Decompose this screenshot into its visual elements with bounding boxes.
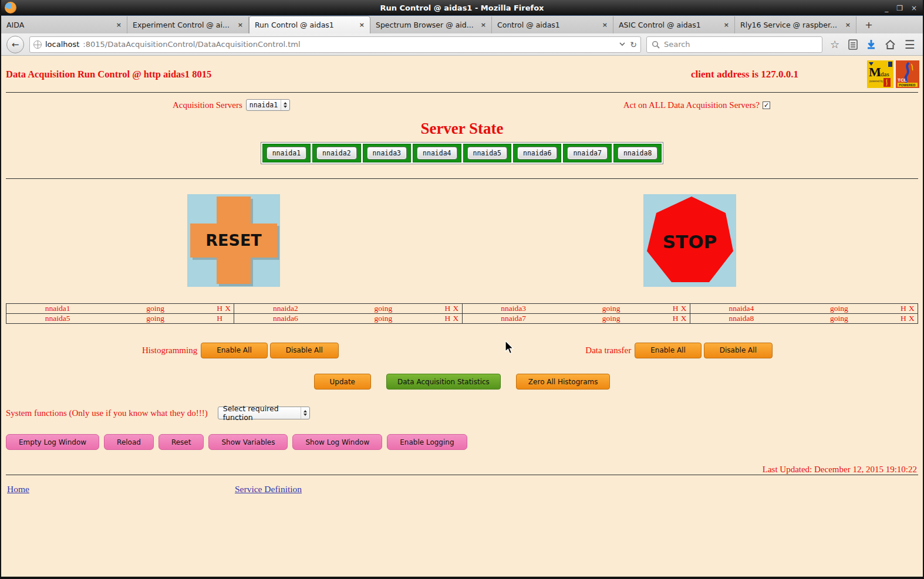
window-titlebar: Run Control @ aidas1 - Mozilla Firefox _… [1,0,923,16]
tab-3[interactable]: Run Control @ aidas1× [249,16,370,33]
empty-log-window-button[interactable]: Empty Log Window [6,434,99,450]
table-row: nnaida1goingHXnnaida2goingHXnnaida3going… [6,304,918,314]
update-button[interactable]: Update [314,374,371,390]
tab-close-icon[interactable]: × [724,21,729,29]
tab-close-icon[interactable]: × [238,21,243,29]
chevron-down-icon[interactable] [619,42,625,46]
show-variables-button[interactable]: Show Variables [208,434,288,450]
reload-icon[interactable]: ↻ [630,40,637,49]
search-input[interactable]: Search [646,36,822,53]
tab-2[interactable]: Experiment Control @ ai...× [127,16,249,33]
histogram-flag[interactable]: H [672,314,680,323]
divider [6,178,918,179]
tab-close-icon[interactable]: × [845,21,851,29]
zero-histograms-button[interactable]: Zero All Histograms [516,374,611,390]
transfer-flag[interactable]: X [680,314,688,323]
histogram-flag[interactable]: H [672,304,680,313]
histogram-flag[interactable]: H [443,314,451,323]
server-button-nnaida1[interactable]: nnaida1 [267,147,306,160]
server-name: nnaida8 [690,314,793,323]
histogram-flag[interactable]: H [899,304,908,313]
transfer-flag[interactable]: X [451,304,460,313]
tab-5[interactable]: Control @ aidas1× [492,16,613,33]
reset-button[interactable]: Reset [159,434,204,450]
tab-close-icon[interactable]: × [602,21,608,29]
server-state-cell-nnaida6: nnaida6 [513,144,561,162]
transfer-flag[interactable]: X [224,304,232,313]
system-function-select[interactable]: Select required function [218,407,310,419]
server-button-nnaida6[interactable]: nnaida6 [517,147,557,160]
server-button-nnaida3[interactable]: nnaida3 [367,147,407,160]
server-state-cell-nnaida4: nnaida4 [413,144,461,162]
system-functions-label: System functions (Only use if you know w… [6,408,208,418]
tab-close-icon[interactable]: × [359,21,365,29]
transfer-flag[interactable]: X [680,304,688,313]
acquisition-server-select[interactable]: nnaida1 [246,99,290,111]
back-button[interactable]: ← [6,36,24,53]
statistics-button[interactable]: Data Acquisition Statistics [386,374,501,390]
svg-text:powered by: powered by [869,80,883,83]
reading-list-icon[interactable] [848,39,858,50]
status-cell-nnaida8: nnaida8goingHX [690,314,918,324]
histogram-flag[interactable]: H [215,304,224,313]
act-on-all-label: Act on ALL Data Acquisition Servers? [623,100,760,110]
divider [6,475,918,475]
transfer-flag[interactable]: X [451,314,460,323]
stop-button[interactable]: STOP [643,194,736,287]
search-placeholder: Search [664,40,690,49]
data-transfer-disable-all-button[interactable]: Disable All [704,343,773,358]
server-name: nnaida3 [463,304,565,313]
histogram-flag[interactable]: H [215,314,224,323]
reload-button[interactable]: Reload [104,434,154,450]
enable-logging-button[interactable]: Enable Logging [387,434,467,450]
transfer-flag[interactable]: X [908,314,916,323]
server-run-state: going [793,304,886,313]
tab-close-icon[interactable]: × [481,21,486,29]
server-button-nnaida5[interactable]: nnaida5 [467,147,507,160]
bookmark-star-icon[interactable]: ☆ [830,39,839,50]
tab-label: AIDA [6,21,113,29]
tab-strip: AIDA×Experiment Control @ ai...×Run Cont… [1,16,923,33]
minimize-button[interactable]: _ [885,4,888,12]
server-button-nnaida2[interactable]: nnaida2 [316,147,356,160]
server-name: nnaida4 [690,304,793,313]
server-run-state: going [793,314,886,323]
server-name: nnaida6 [234,314,336,323]
svg-text:TCL: TCL [898,77,907,83]
server-button-nnaida4[interactable]: nnaida4 [417,147,457,160]
url-path: :8015/DataAcquisitionControl/DataAcquisi… [83,40,616,49]
transfer-flag[interactable]: X [908,304,916,313]
server-button-nnaida7[interactable]: nnaida7 [567,147,607,160]
url-bar[interactable]: localhost :8015/DataAcquisitionControl/D… [29,36,641,53]
transfer-flag[interactable] [224,314,232,323]
histogram-flag[interactable]: H [443,304,451,313]
data-transfer-enable-all-button[interactable]: Enable All [635,343,702,358]
histogram-flag[interactable]: H [899,314,908,323]
show-log-window-button[interactable]: Show Log Window [292,434,382,450]
tab-4[interactable]: Spectrum Browser @ aid...× [370,16,492,33]
reset-button[interactable]: RESET [187,194,280,287]
service-definition-link[interactable]: Service Definition [235,484,302,495]
home-link[interactable]: Home [7,484,29,495]
server-state-heading: Server State [1,120,923,138]
histogramming-disable-all-button[interactable]: Disable All [270,343,339,358]
firefox-icon [5,2,16,13]
status-cell-nnaida7: nnaida7goingHX [462,314,690,324]
tab-6[interactable]: ASIC Control @ aidas1× [613,16,735,33]
status-cell-nnaida6: nnaida6goingHX [234,314,462,324]
close-button[interactable]: × [911,4,917,12]
server-button-nnaida8[interactable]: nnaida8 [618,147,657,160]
download-icon[interactable] [866,39,876,50]
histogramming-enable-all-button[interactable]: Enable All [201,343,268,358]
select-spinner-icon [301,407,309,419]
maximize-button[interactable]: ❐ [896,4,903,12]
tab-7[interactable]: Rly16 Service @ raspber...× [735,16,856,33]
navigation-toolbar: ← localhost :8015/DataAcquisitionControl… [1,33,923,56]
new-tab-button[interactable]: + [856,16,881,33]
home-icon[interactable] [885,39,896,50]
act-on-all-checkbox[interactable]: ✓ [763,101,770,109]
menu-icon[interactable]: ☰ [905,39,915,50]
stop-label: STOP [663,231,717,252]
tab-1[interactable]: AIDA× [1,16,127,33]
tab-close-icon[interactable]: × [116,21,122,29]
